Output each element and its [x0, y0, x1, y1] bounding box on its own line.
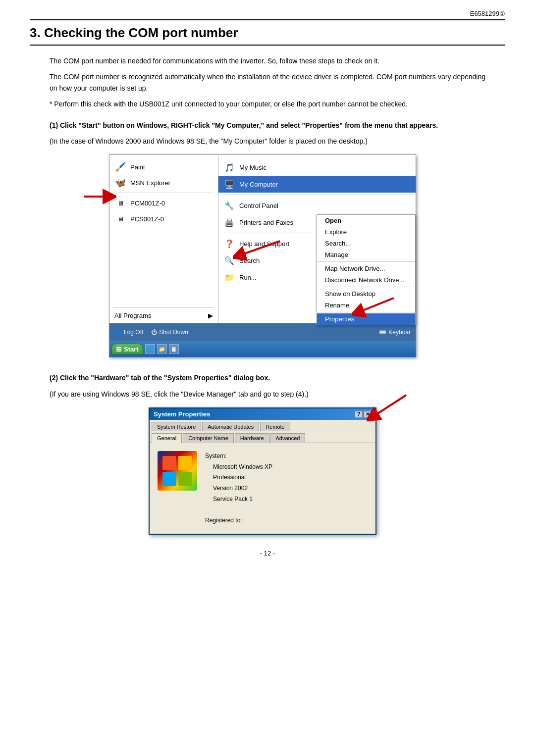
step1-header: (1) Click "Start" button on Windows, RIG…: [50, 120, 485, 131]
system-line3: Version 2002: [205, 483, 272, 494]
run-icon: 📁: [223, 271, 235, 283]
start-divider: [113, 193, 214, 193]
context-div1: [317, 261, 415, 262]
start-item-pcs[interactable]: 🖥 PCS001Z-0: [109, 211, 218, 227]
quicklaunch-icon1[interactable]: 🌐: [145, 344, 155, 354]
svg-line-7: [372, 395, 406, 417]
page-header: E6581299①: [30, 10, 505, 20]
taskbar-quicklaunch: 🌐 📁 📋: [145, 344, 179, 354]
start-item-pcm[interactable]: 🖥 PCM001Z-0: [109, 195, 218, 211]
svg-rect-11: [178, 472, 192, 486]
tab-remote[interactable]: Remote: [260, 422, 290, 431]
dialog-titlebar: System Properties ? ✕: [150, 408, 375, 420]
keyboard-icon: ⌨️: [379, 329, 386, 336]
para2: The COM port number is recognized automa…: [50, 71, 485, 94]
context-div2: [317, 287, 415, 287]
page-number: - 12 -: [30, 550, 505, 557]
context-manage[interactable]: Manage: [317, 249, 415, 260]
controlpanel-icon: 🔧: [223, 200, 235, 211]
section-title: 3. Checking the COM port number: [30, 25, 505, 46]
quicklaunch-icon3[interactable]: 📋: [169, 344, 179, 354]
arrow-to-mycomputer: [233, 236, 282, 261]
svg-rect-8: [162, 456, 176, 470]
taskbar: ⊞ Start 🌐 📁 📋: [109, 341, 416, 357]
tab-general[interactable]: General: [152, 433, 182, 443]
logoff-icon: 👤: [114, 329, 122, 336]
doc-id: E6581299①: [470, 10, 505, 17]
system-line2: Professional: [205, 472, 272, 483]
note: * Perform this check with the USB001Z un…: [50, 99, 485, 109]
printers-icon: 🖨️: [223, 216, 235, 228]
tab-hardware[interactable]: Hardware: [235, 433, 269, 443]
screenshot2: System Properties ? ✕ System Restore Aut…: [149, 407, 386, 535]
svg-line-5: [357, 298, 394, 313]
all-programs-divider: [113, 307, 214, 308]
svg-rect-10: [162, 472, 176, 486]
start-item-paint[interactable]: 🖌️ Paint: [109, 159, 218, 175]
system-info: System: Microsoft Windows XP Professiona…: [205, 451, 272, 526]
tab-computer-name[interactable]: Computer Name: [183, 433, 234, 443]
shutdown-button[interactable]: ⏻ Shut Down: [151, 329, 188, 336]
step2-header: (2) Click the "Hardware" tab of the "Sys…: [50, 372, 485, 383]
arrow-left-1: [82, 184, 116, 209]
start-menu-left: 🖌️ Paint 🦋 MSN Explorer 🖥 PCM001Z-0 🖥 PC…: [109, 155, 218, 323]
arrow-to-hardware: [367, 393, 411, 422]
dialog-help-button[interactable]: ?: [355, 411, 363, 418]
shutdown-icon: ⏻: [151, 329, 157, 336]
registered-label: Registered to:: [205, 515, 272, 526]
system-line1: Microsoft Windows XP: [205, 462, 272, 473]
windows-flag-icon: ⊞: [116, 345, 122, 353]
mymusic-icon: 🎵: [223, 161, 235, 173]
mycomputer-icon: 🖥️: [223, 178, 235, 190]
tab-system-restore[interactable]: System Restore: [152, 422, 201, 431]
start-item-controlpanel[interactable]: 🔧 Control Panel: [218, 197, 416, 214]
svg-rect-9: [178, 456, 192, 470]
tab-advanced[interactable]: Advanced: [270, 433, 306, 443]
para1: The COM port number is needed for commun…: [50, 55, 485, 66]
tab-automatic-updates[interactable]: Automatic Updates: [202, 422, 259, 431]
start-item-msn[interactable]: 🦋 MSN Explorer: [109, 175, 218, 191]
system-label: System:: [205, 451, 272, 462]
context-open[interactable]: Open: [317, 215, 415, 226]
svg-line-3: [238, 241, 280, 256]
system-properties-dialog: System Properties ? ✕ System Restore Aut…: [149, 407, 376, 535]
system-line4: Service Pack 1: [205, 494, 272, 505]
keyboard-btn: ⌨️ Keyboar: [379, 329, 411, 336]
screenshot1: 🖌️ Paint 🦋 MSN Explorer 🖥 PCM001Z-0 🖥 PC…: [109, 154, 426, 357]
all-programs[interactable]: All Programs ▶: [109, 310, 218, 323]
right-divider1: [222, 195, 412, 195]
step1-sub: (In the case of Windows 2000 and Windows…: [50, 136, 485, 147]
step2-sub: (If you are using Windows 98 SE, click t…: [50, 389, 485, 400]
winxp-logo: [158, 451, 197, 491]
context-disconnectnetwork[interactable]: Disconnect Network Drive...: [317, 274, 415, 286]
dialog-title-text: System Properties: [154, 410, 210, 418]
paint-icon: 🖌️: [114, 161, 126, 173]
start-item-mymusic[interactable]: 🎵 My Music: [218, 159, 416, 176]
pcs-icon: 🖥: [114, 213, 126, 225]
dialog-tabs-row2: General Computer Name Hardware Advanced: [150, 431, 375, 443]
quicklaunch-icon2[interactable]: 📁: [157, 344, 167, 354]
start-item-mycomputer[interactable]: 🖥️ My Computer: [218, 176, 416, 193]
context-mapnetwork[interactable]: Map Network Drive...: [317, 263, 415, 274]
dialog-tabs: System Restore Automatic Updates Remote: [150, 420, 375, 431]
dialog-content: System: Microsoft Windows XP Professiona…: [150, 443, 375, 534]
start-button[interactable]: ⊞ Start: [111, 344, 143, 354]
start-menu-bottom: 👤 Log Off ⏻ Shut Down ⌨️ Keyboar: [109, 323, 416, 341]
context-explore[interactable]: Explore: [317, 226, 415, 238]
all-programs-arrow: ▶: [208, 312, 213, 319]
logoff-button[interactable]: 👤 Log Off: [114, 329, 143, 336]
arrow-to-properties: [352, 293, 396, 318]
context-search[interactable]: Search...: [317, 238, 415, 249]
